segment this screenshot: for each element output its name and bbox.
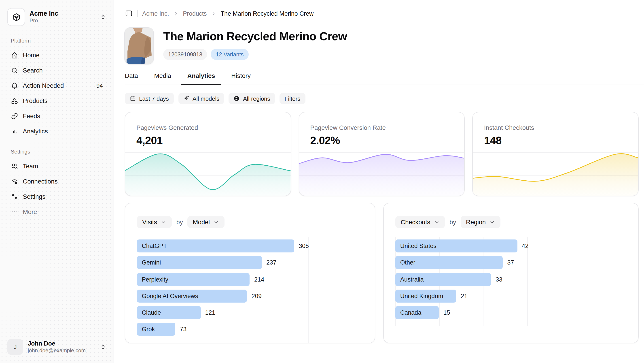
stat-card-value: 4,201 [136,134,279,147]
filter-chip-filters[interactable]: Filters [280,93,305,104]
sparkline-area-chart [125,152,290,196]
sidebar-item-label: Feeds [23,112,40,120]
product-thumbnail [125,28,154,64]
bar-row-grok: Grok73 [137,323,309,336]
bar-category-label: Grok [142,326,155,333]
product-header: The Marion Recycled Merino Crew 12039109… [125,28,639,64]
globe-icon [234,95,240,102]
bar: Australia [395,273,491,286]
bell-icon [11,82,18,89]
stat-cards: Pageviews Generated4,201Pageview Convers… [125,112,639,196]
chevron-down-icon [434,219,440,225]
breadcrumb-item-products[interactable]: Products [183,10,207,17]
bar-category-label: Google AI Overviews [142,293,198,299]
nav-section-label-platform: Platform [11,38,108,44]
tab-data[interactable]: Data [118,72,144,85]
select-value: Visits [142,218,157,226]
bar-category-label: United Kingdom [400,293,443,299]
sidebar-item-search[interactable]: Search [5,63,108,78]
bar-chart-cards: VisitsbyModelChatGPT305Gemini237Perplexi… [125,203,639,343]
breadcrumb-item-acme-inc[interactable]: Acme Inc. [142,10,169,17]
sidebar-item-team[interactable]: Team [5,158,108,174]
home-icon [11,51,18,59]
bar: Gemini [137,256,262,269]
horizontal-bar-chart: United States42Other37Australia33United … [395,237,571,326]
tabs: DataMediaAnalyticsHistory [118,72,644,85]
user-name: John Doe [28,340,95,347]
stat-card-label: Pageviews Generated [136,124,279,131]
calendar-icon [130,95,136,102]
sparkles-icon [183,95,190,102]
chart-controls: CheckoutsbyRegion [395,216,626,228]
stat-card-pageviews-generated: Pageviews Generated4,201 [125,112,291,196]
page-title: The Marion Recycled Merino Crew [163,30,347,44]
product-title-block: The Marion Recycled Merino Crew 12039109… [163,28,347,60]
bar: Perplexity [137,273,250,286]
breadcrumb-item-the-marion-recycled-merino-crew: The Marion Recycled Merino Crew [221,10,314,17]
bar-value: 237 [266,259,276,266]
metric-select-checkouts[interactable]: Checkouts [395,216,445,228]
divider [137,10,138,17]
org-logo-icon [7,8,25,26]
bar: Grok [137,323,175,336]
dimension-select-region[interactable]: Region [461,216,501,228]
sidebar: Acme Inc Pro PlatformHomeSearchAction Ne… [0,0,114,363]
bar-row-united-states: United States42 [395,239,571,252]
chevron-down-icon [213,219,219,225]
metric-select-visits[interactable]: Visits [137,216,172,228]
bar: Other [395,256,503,269]
sidebar-item-connections[interactable]: Connections [5,174,108,189]
main-content: Acme Inc.ProductsThe Marion Recycled Mer… [114,0,644,363]
shapes-icon [11,97,18,105]
tab-history[interactable]: History [225,72,257,85]
sidebar-item-label: Settings [23,193,46,200]
sidebar-item-action-needed[interactable]: Action Needed94 [5,78,108,93]
bar-chart-icon [11,127,18,135]
bar-category-label: United States [400,243,436,249]
filter-chip-label: Last 7 days [139,95,169,102]
bar-value: 121 [205,309,215,316]
badge-row: 12039109813 12 Variants [163,49,347,60]
bar-category-label: ChatGPT [142,243,167,249]
chart-card-checkouts-by-region: CheckoutsbyRegionUnited States42Other37A… [383,203,639,343]
filter-chip-label: All models [192,95,219,102]
tab-analytics[interactable]: Analytics [181,72,222,85]
chart-card-visits-by-model: VisitsbyModelChatGPT305Gemini237Perplexi… [125,203,375,343]
sidebar-item-more[interactable]: More [5,204,108,219]
filter-chip-last-7-days[interactable]: Last 7 days [125,93,174,104]
org-meta: Acme Inc Pro [30,10,95,24]
sidebar-item-settings[interactable]: Settings [5,189,108,204]
select-value: Model [193,218,210,226]
bar-row-united-kingdom: United Kingdom21 [395,290,571,302]
user-menu[interactable]: J John Doe john.doe@example.com [5,337,108,357]
sidebar-item-label: More [23,208,37,215]
filter-bar: Last 7 daysAll modelsAll regionsFilters [125,93,639,104]
filter-chip-all-models[interactable]: All models [178,93,224,104]
bar-row-perplexity: Perplexity214 [137,273,309,286]
bar-category-label: Claude [142,309,161,316]
sidebar-nav: PlatformHomeSearchAction Needed94Product… [5,28,108,219]
chart-controls: VisitsbyModel [137,216,363,228]
bar-value: 21 [461,293,468,299]
stat-card-pageview-conversion-rate: Pageview Conversion Rate2.02% [298,112,465,196]
user-email: john.doe@example.com [28,347,95,354]
org-switcher[interactable]: Acme Inc Pro [5,6,108,28]
sidebar-toggle-button[interactable] [125,10,133,18]
filter-chip-all-regions[interactable]: All regions [229,93,275,104]
sidebar-item-feeds[interactable]: Feeds [5,108,108,124]
bar-category-label: Perplexity [142,276,168,283]
variants-badge[interactable]: 12 Variants [211,49,249,60]
sidebar-item-home[interactable]: Home [5,48,108,63]
chevron-down-icon [489,219,495,225]
sidebar-item-label: Connections [23,178,58,185]
avatar: J [7,339,23,355]
sidebar-item-analytics[interactable]: Analytics [5,124,108,139]
sidebar-item-products[interactable]: Products [5,93,108,108]
filter-chip-label: All regions [243,95,270,102]
bar-value: 37 [507,259,514,266]
bar-row-other: Other37 [395,256,571,269]
dimension-select-model[interactable]: Model [188,216,224,228]
horizontal-bar-chart: ChatGPT305Gemini237Perplexity214Google A… [137,237,309,343]
tab-media[interactable]: Media [148,72,177,85]
bar-row-google-ai-overviews: Google AI Overviews209 [137,290,309,302]
